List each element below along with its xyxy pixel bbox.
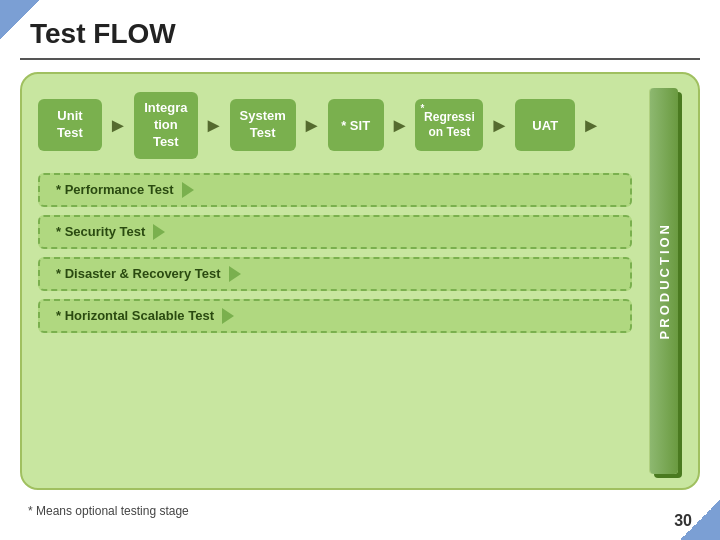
security-test-row: * Security Test — [38, 215, 632, 249]
footnote: * Means optional testing stage — [28, 504, 189, 518]
security-test-label: * Security Test — [56, 224, 145, 239]
sit-box: * SIT — [328, 99, 384, 151]
title-underline — [20, 58, 700, 60]
disaster-arrow — [229, 266, 241, 282]
integration-test-box: IntegrationTest — [134, 92, 198, 159]
arrow-4: ► — [390, 114, 410, 137]
arrow-5: ► — [489, 114, 509, 137]
disaster-test-label: * Disaster & Recovery Test — [56, 266, 221, 281]
uat-box: UAT — [515, 99, 575, 151]
performance-test-label: * Performance Test — [56, 182, 174, 197]
horizontal-arrow — [222, 308, 234, 324]
performance-arrow — [182, 182, 194, 198]
regression-star: * — [420, 102, 424, 115]
arrow-3: ► — [302, 114, 322, 137]
page-title: Test FLOW — [30, 18, 176, 50]
unit-test-box: UnitTest — [38, 99, 102, 151]
arrow-6: ► — [581, 114, 601, 137]
disaster-test-row: * Disaster & Recovery Test — [38, 257, 632, 291]
regression-box: * Regression Test — [415, 99, 483, 151]
system-test-box: SystemTest — [230, 99, 296, 151]
performance-test-row: * Performance Test — [38, 173, 632, 207]
production-label: PRODUCTION — [657, 222, 672, 339]
horizontal-test-row: * Horizontal Scalable Test — [38, 299, 632, 333]
arrow-1: ► — [108, 114, 128, 137]
process-flow-row: UnitTest ► IntegrationTest ► SystemTest … — [38, 92, 682, 159]
production-face: PRODUCTION — [650, 88, 678, 474]
security-arrow — [153, 224, 165, 240]
main-container: UnitTest ► IntegrationTest ► SystemTest … — [20, 72, 700, 490]
arrow-2: ► — [204, 114, 224, 137]
page-number: 30 — [674, 512, 692, 530]
production-block: PRODUCTION — [646, 88, 682, 474]
optional-tests-section: * Performance Test * Security Test * Dis… — [38, 173, 632, 333]
horizontal-test-label: * Horizontal Scalable Test — [56, 308, 214, 323]
